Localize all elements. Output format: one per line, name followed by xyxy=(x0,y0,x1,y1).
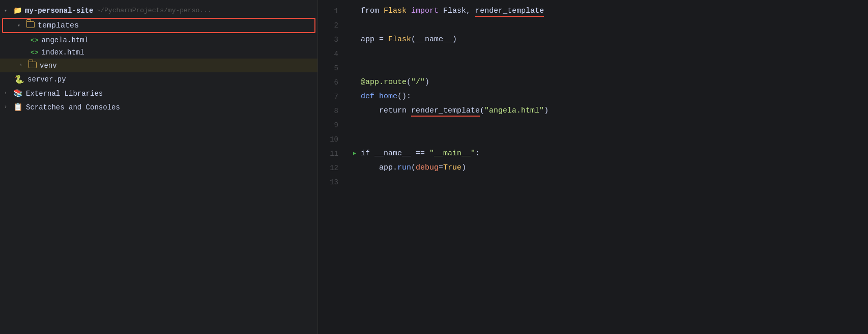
chevron-right-icon: › xyxy=(19,63,25,68)
code-line-11: 11 ▶ if __name__ == "__main__": xyxy=(318,147,868,161)
venv-label: venv xyxy=(40,62,57,70)
code-editor[interactable]: 1 from Flask import Flask, render_templa… xyxy=(318,0,868,334)
venv-folder-item[interactable]: › venv xyxy=(0,59,317,72)
templates-folder-item[interactable]: ▾ templates xyxy=(2,18,315,33)
folder-outline-icon xyxy=(26,21,35,30)
scratches-item[interactable]: › 📋 Scratches and Consoles xyxy=(0,100,317,114)
chevron-right-icon: › xyxy=(4,91,10,96)
sidebar: ▾ 📁 my-personal-site ~/PycharmProjects/m… xyxy=(0,0,318,334)
scratches-icon: 📋 xyxy=(13,102,23,112)
server-py-item[interactable]: 🐍 server.py xyxy=(0,72,317,87)
line-content-3: app = Flask(__name__) xyxy=(361,33,868,47)
line-num-13: 13 xyxy=(318,175,349,189)
line-content-7: def home(): xyxy=(361,90,868,104)
templates-folder-label: templates xyxy=(38,21,79,30)
project-root-item[interactable]: ▾ 📁 my-personal-site ~/PycharmProjects/m… xyxy=(0,4,317,17)
project-path: ~/PycharmProjects/my-perso... xyxy=(96,7,211,14)
scratches-label: Scratches and Consoles xyxy=(26,103,120,112)
code-line-13: 13 xyxy=(318,175,868,189)
code-line-12: 12 app.run(debug=True) xyxy=(318,161,868,175)
line-num-10: 10 xyxy=(318,132,349,147)
line-num-9: 9 xyxy=(318,118,349,132)
html-icon: <> xyxy=(31,37,39,44)
python-icon: 🐍 xyxy=(14,74,24,85)
code-line-9: 9 xyxy=(318,118,868,132)
code-line-2: 2 xyxy=(318,18,868,33)
index-html-label: index.html xyxy=(42,48,84,57)
angela-html-label: angela.html xyxy=(42,36,89,44)
folder-icon: 📁 xyxy=(13,6,22,15)
line-content-1: from Flask import Flask, render_template xyxy=(361,4,868,18)
line-content-12: app.run(debug=True) xyxy=(361,161,868,175)
line-num-6: 6 xyxy=(318,75,349,90)
chevron-right-icon: › xyxy=(4,104,10,110)
project-name: my-personal-site xyxy=(25,7,93,15)
external-libraries-label: External Libraries xyxy=(26,90,103,98)
line-num-1: 1 xyxy=(318,4,349,18)
code-line-6: 6 @app.route("/") xyxy=(318,75,868,90)
line-num-7: 7 xyxy=(318,90,349,104)
code-line-7: 7 def home(): xyxy=(318,90,868,104)
folder-outline-icon xyxy=(28,61,37,70)
run-button-line-11[interactable]: ▶ xyxy=(349,147,361,161)
line-content-11: if __name__ == "__main__": xyxy=(361,147,868,161)
line-content-8: return render_template("angela.html") xyxy=(361,104,868,118)
code-line-4: 4 xyxy=(318,47,868,61)
code-line-1: 1 from Flask import Flask, render_templa… xyxy=(318,4,868,18)
line-num-11: 11 xyxy=(318,147,349,161)
line-num-5: 5 xyxy=(318,61,349,75)
line-num-8: 8 xyxy=(318,104,349,118)
external-libraries-item[interactable]: › 📚 External Libraries xyxy=(0,87,317,100)
line-num-4: 4 xyxy=(318,47,349,61)
server-py-label: server.py xyxy=(27,75,66,84)
library-icon: 📚 xyxy=(13,89,23,98)
line-num-2: 2 xyxy=(318,18,349,33)
code-line-3: 3 app = Flask(__name__) xyxy=(318,33,868,47)
html-icon: <> xyxy=(31,49,39,57)
line-num-3: 3 xyxy=(318,33,349,47)
chevron-down-icon: ▾ xyxy=(4,8,10,14)
line-num-12: 12 xyxy=(318,161,349,175)
code-line-10: 10 xyxy=(318,132,868,147)
chevron-down-icon: ▾ xyxy=(17,22,23,29)
code-line-8: 8 return render_template("angela.html") xyxy=(318,104,868,118)
index-html-item[interactable]: <> index.html xyxy=(0,46,317,59)
angela-html-item[interactable]: <> angela.html xyxy=(0,34,317,46)
code-area: 1 from Flask import Flask, render_templa… xyxy=(318,0,868,193)
code-line-5: 5 xyxy=(318,61,868,75)
line-content-6: @app.route("/") xyxy=(361,75,868,90)
